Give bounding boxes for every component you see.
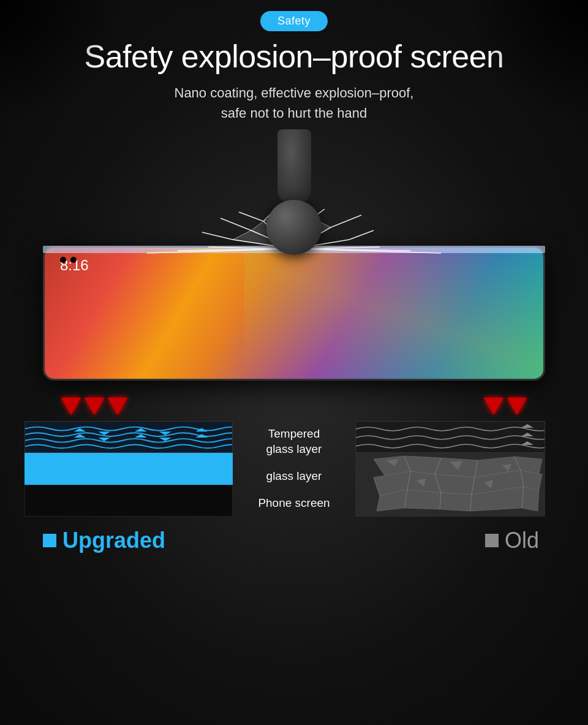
- old-top-layer: [355, 421, 545, 453]
- right-arrows: [484, 398, 527, 415]
- svg-line-20: [202, 232, 233, 240]
- left-arrows: [61, 398, 127, 415]
- arrow-down-5: [507, 398, 527, 415]
- arrow-down-2: [85, 398, 104, 415]
- title-section: Safety explosion–proof screen Nano coati…: [59, 39, 528, 123]
- upgraded-text: Upgraded: [62, 528, 165, 553]
- hammer-head: [266, 200, 322, 255]
- svg-marker-53: [404, 490, 441, 509]
- tempered-glass-label: Tempered glass layer: [242, 427, 346, 457]
- subtitle: Nano coating, effective explosion–proof,…: [84, 83, 503, 123]
- bottom-labels: Upgraded Old: [24, 528, 564, 553]
- layer-section: Tempered glass layer glass layer Phone s…: [24, 421, 564, 517]
- subtitle-line2: safe not to hurt the hand: [221, 105, 368, 121]
- layer-glass-upgraded: [24, 453, 233, 485]
- wave-svg-upgraded: [25, 422, 232, 452]
- old-broken: [355, 453, 545, 517]
- svg-line-14: [239, 212, 263, 221]
- layer-labels: Tempered glass layer glass layer Phone s…: [233, 421, 355, 517]
- glass-label: glass layer: [242, 469, 346, 484]
- svg-line-17: [331, 215, 361, 227]
- svg-rect-37: [356, 422, 545, 453]
- layer-tempered-upgraded: [24, 421, 233, 453]
- arrow-down-4: [484, 398, 503, 415]
- old-square-icon: [485, 534, 499, 547]
- phone-screen-label: Phone screen: [242, 496, 346, 511]
- old-diagram: [355, 421, 545, 517]
- layer-screen-upgraded: [24, 485, 233, 517]
- arrows-section: [24, 398, 564, 415]
- old-label-container: Old: [485, 528, 539, 553]
- svg-line-18: [221, 218, 251, 230]
- hammer-area: 8:16: [24, 129, 564, 393]
- page-container: Safety Safety explosion–proof screen Nan…: [0, 0, 588, 725]
- arrow-down-1: [61, 398, 81, 415]
- arrow-down-3: [108, 398, 127, 415]
- broken-glass-svg: [355, 453, 545, 517]
- upgraded-label-container: Upgraded: [43, 528, 165, 553]
- svg-line-19: [349, 230, 374, 240]
- safety-badge: Safety: [260, 11, 328, 31]
- upgraded-square-icon: [43, 534, 56, 547]
- svg-marker-56: [522, 487, 539, 511]
- upgraded-diagram: [24, 421, 233, 517]
- old-text: Old: [505, 528, 539, 553]
- svg-marker-54: [440, 493, 472, 511]
- hammer-container: [266, 129, 322, 255]
- svg-marker-49: [435, 474, 475, 495]
- wave-svg-old: [356, 422, 545, 453]
- subtitle-line1: Nano coating, effective explosion–proof,: [175, 85, 414, 101]
- main-title: Safety explosion–proof screen: [84, 39, 503, 75]
- hammer-handle: [277, 129, 311, 203]
